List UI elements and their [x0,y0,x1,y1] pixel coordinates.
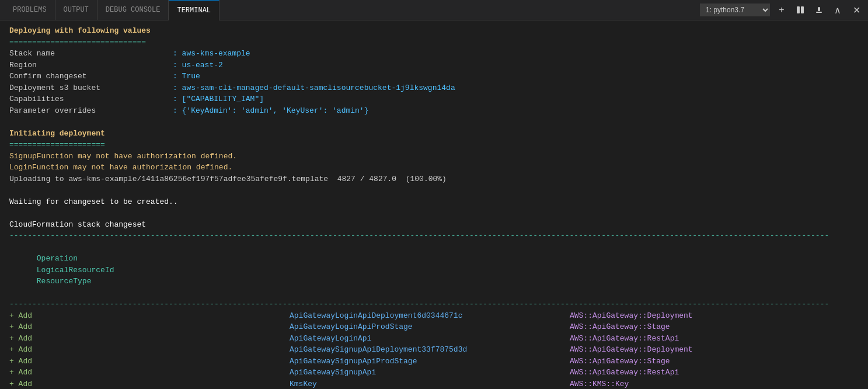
field-param-overrides: Parameter overrides: {'KeyAdmin': 'admin… [9,105,859,117]
table-row: + AddKmsKeyAWS::KMS::Key [9,378,859,390]
tab-problems[interactable]: PROBLEMS [5,0,55,20]
warning-login: LoginFunction may not have authorization… [9,162,859,173]
blank-line-2 [9,185,859,196]
table-row: + AddApiGatewaySignupApiAWS::ApiGateway:… [9,367,859,378]
tab-bar: PROBLEMS OUTPUT DEBUG CONSOLE TERMINAL 1… [0,0,868,20]
tab-debug-console[interactable]: DEBUG CONSOLE [97,0,169,20]
terminal-selector[interactable]: 1: python3.7 [700,4,770,16]
terminal-toolbar: 1: python3.7 + ∧ ✕ [700,3,863,17]
blank-line-1 [9,116,859,128]
table-row: + AddApiGatewaySignupApiProdStageAWS::Ap… [9,356,859,367]
svg-rect-0 [797,6,800,13]
waiting-line: Waiting for changeset to be created.. [9,196,859,208]
tab-output[interactable]: OUTPUT [55,0,97,20]
close-panel-button[interactable]: ✕ [849,3,863,17]
warning-signup: SignupFunction may not have authorizatio… [9,151,859,162]
app-container: PROBLEMS OUTPUT DEBUG CONSOLE TERMINAL 1… [0,0,868,389]
table-row: + AddApiGatewayLoginApiDeployment6d03446… [9,310,859,322]
field-capabilities: Capabilities: ["CAPABILITY_IAM"] [9,93,859,105]
svg-rect-1 [801,6,804,13]
separator1: ============================== [9,37,859,48]
field-confirm-changeset: Confirm changeset: True [9,71,859,82]
upload-line: Uploading to aws-kms-example/1411a86256e… [9,173,859,185]
init-title: Initiating deployment [9,128,859,140]
tab-terminal[interactable]: TERMINAL [169,0,219,20]
field-stack-name: Stack name: aws-kms-example [9,48,859,60]
blank-line-3 [9,207,859,219]
field-s3-bucket: Deployment s3 bucket: aws-sam-cli-manage… [9,82,859,94]
table-header-row: Operation LogicalResourceId ResourceType [9,242,859,299]
cf-title: CloudFormation stack changeset [9,219,859,231]
svg-rect-4 [819,7,820,11]
split-terminal-button[interactable] [793,3,807,17]
table-row: + AddApiGatewaySignupApiDeployment33f787… [9,344,859,356]
table-sep2: ----------------------------------------… [9,298,859,310]
new-terminal-button[interactable]: + [775,3,789,17]
svg-rect-2 [816,12,822,13]
terminal-content[interactable]: Deploying with following values ========… [0,20,868,389]
table-sep1: ----------------------------------------… [9,230,859,242]
deploy-title: Deploying with following values [9,25,859,37]
table-row: + AddApiGatewayLoginApiAWS::ApiGateway::… [9,333,859,345]
svg-rect-3 [818,7,819,11]
maximize-panel-button[interactable]: ∧ [831,3,845,17]
table-row: + AddApiGatewayLoginApiProdStageAWS::Api… [9,321,859,333]
field-region: Region: us-east-2 [9,60,859,71]
kill-terminal-button[interactable] [812,3,826,17]
separator2: ===================== [9,139,859,151]
